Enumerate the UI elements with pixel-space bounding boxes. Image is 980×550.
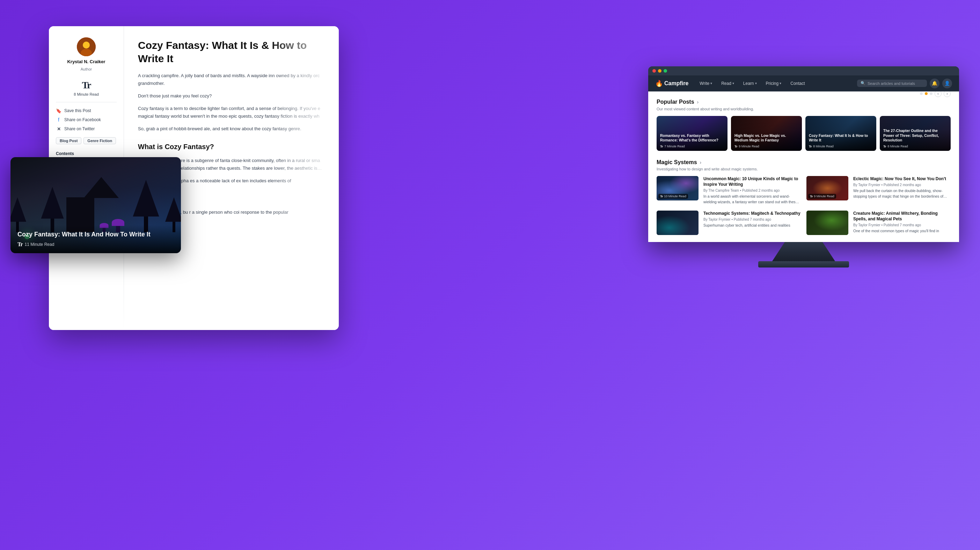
blog-section-title: What is Cozy Fantasy? [138,141,325,153]
twitter-link[interactable]: ✕ Share on Twitter [56,126,117,132]
article-excerpt-uncommon: In a world awash with elemental sorcerer… [703,194,801,205]
post-card-cozy[interactable]: Cozy Fantasy: What It Is & How to Write … [805,116,876,151]
video-title: Cozy Fantasy: What It Is And How To Writ… [18,230,174,238]
twitter-icon: ✕ [56,126,62,132]
svg-point-1 [83,41,90,49]
article-author-eclectic: By Taylor Frymier • Published 2 months a… [853,183,951,187]
post-card-title-2: High Magic vs. Low Magic vs. Medium Magi… [735,134,799,143]
article-title-eclectic[interactable]: Eclectic Magic: Now You See It, Now You … [853,176,951,181]
contents-title: Contents [56,151,117,156]
nav-learn[interactable]: Learn ▾ [739,78,761,89]
post-card-romantasy[interactable]: Romantasy vs. Fantasy with Romance: What… [657,116,727,151]
magic-systems-arrow[interactable]: › [700,160,702,165]
nav-read-label: Read [721,81,731,86]
search-icon: 🔍 [861,81,865,86]
post-card-tt-3: Tr [809,145,812,148]
search-input-wrap[interactable]: 🔍 Search articles and tutorials [857,79,927,87]
browser-dot-red [652,69,656,73]
article-tt-eclectic: Tr [810,194,813,198]
campfire-logo-icon: 🔥 [655,79,663,87]
post-card-time-2: 9 Minute Read [739,145,759,148]
monitor-screen: 🔥 Campfire Write ▾ Read ▾ Learn ▾ Pricin… [648,66,959,242]
read-time-box: Tr 8 Minute Read [56,79,117,96]
divider [56,102,117,102]
read-time-label: 8 Minute Read [74,92,99,96]
nav-contact[interactable]: Contact [786,78,809,89]
save-label: Save this Post [64,108,91,113]
post-card-tt-2: Tr [735,145,737,148]
article-time-eclectic: 9 Minute Read [814,194,834,198]
author-role: Author [81,67,92,71]
popular-posts-header: Popular Posts › ‹ › [657,99,951,105]
app-navbar: 🔥 Campfire Write ▾ Read ▾ Learn ▾ Pricin… [648,75,959,92]
carousel-next[interactable]: › [944,92,951,97]
article-row-creature: Creature Magic: Animal Witchery, Bonding… [807,211,951,235]
article-badge-uncommon: Tr 10 Minute Read [658,194,688,199]
video-overlay: Cozy Fantasy: What It Is And How To Writ… [11,225,181,253]
save-link[interactable]: 🔖 Save this Post [56,108,117,113]
social-links: 🔖 Save this Post f Share on Facebook ✕ S… [56,108,117,132]
tag-genre-fiction[interactable]: Genre Fiction [83,137,116,144]
facebook-label: Share on Facebook [64,117,101,122]
nav-user-button[interactable]: 👤 [942,79,952,88]
article-tt-uncommon: Tr [660,194,663,198]
articles-grid: Tr 10 Minute Read Uncommon Magic: 10 Uni… [657,176,951,235]
carousel-prev[interactable]: ‹ [935,92,942,97]
nav-contact-label: Contact [791,81,805,86]
search-placeholder: Search articles and tutorials [867,81,915,86]
article-badge-eclectic: Tr 9 Minute Read [808,194,836,199]
article-body-techno: Technomagic Systems: Magitech & Technopa… [703,211,801,228]
nav-pricing-label: Pricing [766,81,779,86]
article-body-eclectic: Eclectic Magic: Now You See It, Now You … [853,176,951,199]
browser-chrome [648,66,959,75]
article-excerpt-creature: One of the most common types of magic yo… [853,228,951,234]
silhouettes [11,169,181,232]
facebook-icon: f [56,117,62,122]
tag-row: Blog Post Genre Fiction [56,137,117,144]
magic-systems-subtitle: Investigating how to design and write ab… [657,167,951,171]
nav-pricing[interactable]: Pricing ▾ [762,78,786,89]
post-card-meta-4: Tr 8 Minute Read [883,145,947,148]
article-time-uncommon: 10 Minute Read [664,194,686,198]
article-author-techno: By Taylor Frymier • Published 7 months a… [703,218,801,221]
carousel-dot-1 [920,92,923,95]
article-excerpt-eclectic: We pull back the curtain on the double-b… [853,188,951,199]
article-title-uncommon[interactable]: Uncommon Magic: 10 Unique Kinds of Magic… [703,176,801,187]
video-tt-icon: Tr [18,241,23,248]
video-min-label: 11 Minute Read [25,242,54,247]
article-title-creature[interactable]: Creature Magic: Animal Witchery, Bonding… [853,211,951,222]
facebook-link[interactable]: f Share on Facebook [56,117,117,122]
campfire-logo[interactable]: 🔥 Campfire [655,79,688,87]
post-card-meta-2: Tr 9 Minute Read [735,145,799,148]
video-card: Cozy Fantasy: What It Is And How To Writ… [11,157,181,253]
post-card-time-4: 8 Minute Read [888,145,908,148]
carousel-dot-2 [925,92,928,95]
magic-systems-section: Magic Systems › Investigating how to des… [657,159,951,235]
nav-write-dropdown: ▾ [710,81,712,85]
nav-write-label: Write [700,81,710,86]
tag-blog-post[interactable]: Blog Post [56,137,81,144]
carousel-dot-3 [930,92,932,95]
nav-bell-button[interactable]: 🔔 [930,79,940,88]
post-card-title-3: Cozy Fantasy: What It Is & How to Write … [809,134,873,143]
tt-icon: Tr [82,79,91,91]
browser-dot-yellow [658,69,662,73]
article-thumb-techno [657,211,698,235]
article-title-techno[interactable]: Technomagic Systems: Magitech & Technopa… [703,211,801,216]
nav-read[interactable]: Read ▾ [717,78,738,89]
article-row-techno: Technomagic Systems: Magitech & Technopa… [657,211,801,235]
app-content: Popular Posts › ‹ › Our most viewed cont… [648,92,959,242]
popular-posts-arrow[interactable]: › [697,99,699,105]
user-icon: 👤 [944,81,950,86]
nav-learn-label: Learn [743,81,754,86]
twitter-label: Share on Twitter [64,126,95,131]
nav-write[interactable]: Write ▾ [695,78,716,89]
blog-para-2: Don't those just make you feel cozy? [138,92,325,100]
carousel-controls: ‹ › [920,92,951,97]
blog-title: Cozy Fantasy: What It Is & How to Write … [138,39,325,65]
post-card-highmagic[interactable]: High Magic vs. Low Magic vs. Medium Magi… [731,116,802,151]
bell-icon: 🔔 [932,81,937,86]
article-body-uncommon: Uncommon Magic: 10 Unique Kinds of Magic… [703,176,801,205]
article-thumb-eclectic: Tr 9 Minute Read [807,176,848,200]
post-card-27chapter[interactable]: The 27-Chapter Outline and the Power of … [880,116,951,151]
